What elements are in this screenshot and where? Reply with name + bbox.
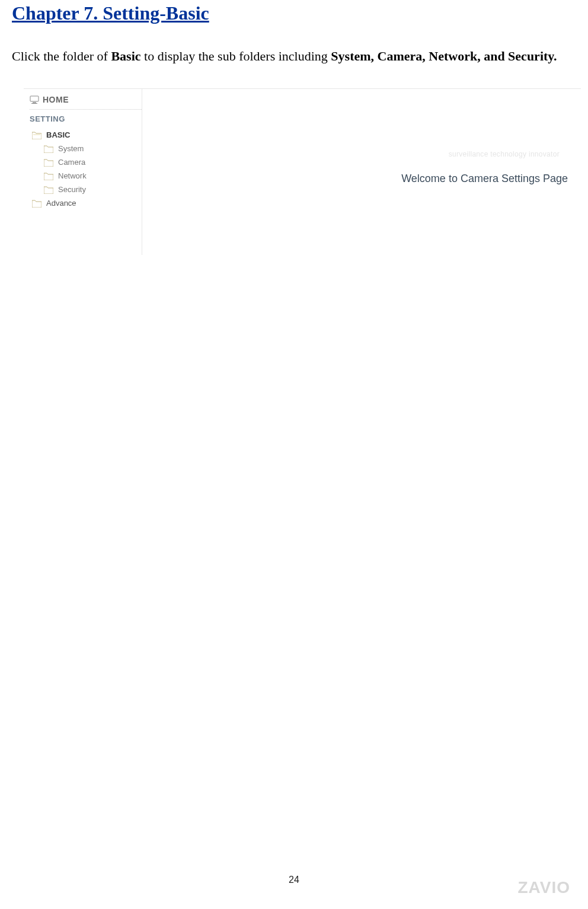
main-pane: surveillance technology innovator Welcom… <box>142 90 581 254</box>
chapter-title: Chapter 7. Setting-Basic <box>12 0 576 24</box>
folder-icon <box>32 199 41 208</box>
svg-rect-2 <box>31 103 37 104</box>
nav-label: Network <box>58 171 87 180</box>
folder-icon <box>44 145 53 153</box>
folder-icon <box>44 172 53 180</box>
folder-icon <box>44 158 53 167</box>
home-link[interactable]: HOME <box>30 95 142 110</box>
nav-label: Camera <box>58 158 85 167</box>
nav-label: Advance <box>46 199 76 208</box>
nav-network[interactable]: Network <box>30 169 142 183</box>
intro-paragraph: Click the folder of Basic to display the… <box>12 42 576 71</box>
nav-label: Security <box>58 185 86 194</box>
faded-tagline: surveillance technology innovator <box>449 150 560 158</box>
sidebar: HOME SETTING BASIC System Camera Networ <box>24 89 142 255</box>
brand-logo: ZAVIO <box>518 878 570 897</box>
intro-mid: to display the sub folders including <box>144 49 331 63</box>
settings-screenshot: HOME SETTING BASIC System Camera Networ <box>24 88 581 254</box>
folder-icon <box>32 131 41 139</box>
monitor-icon <box>30 95 39 104</box>
intro-bold-list: System, Camera, Network, and Security. <box>331 49 557 63</box>
nav-label: BASIC <box>46 130 70 139</box>
page-number: 24 <box>0 875 588 885</box>
nav-security[interactable]: Security <box>30 183 142 196</box>
intro-pre: Click the folder of <box>12 49 111 63</box>
nav-camera[interactable]: Camera <box>30 155 142 169</box>
nav-label: System <box>58 144 84 153</box>
home-label: HOME <box>43 95 69 104</box>
intro-bold-basic: Basic <box>111 49 140 63</box>
nav-system[interactable]: System <box>30 142 142 155</box>
setting-header: SETTING <box>30 114 142 123</box>
svg-rect-1 <box>33 102 36 103</box>
nav-advance[interactable]: Advance <box>30 196 142 210</box>
welcome-text: Welcome to Camera Settings Page <box>401 173 568 185</box>
folder-icon <box>44 186 53 194</box>
svg-rect-0 <box>30 96 39 101</box>
nav-basic[interactable]: BASIC <box>30 128 142 142</box>
